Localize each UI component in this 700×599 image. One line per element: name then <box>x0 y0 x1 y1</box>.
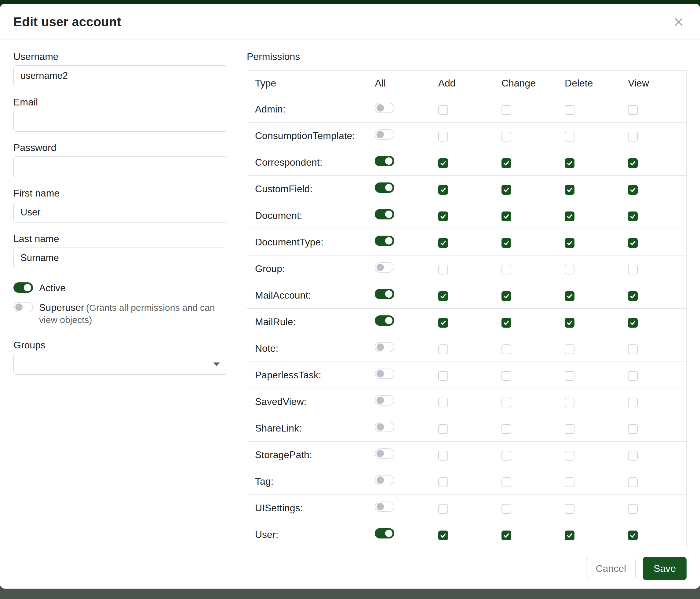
permission-all-toggle[interactable] <box>375 129 394 140</box>
permission-all-toggle[interactable] <box>375 528 394 538</box>
permission-all-toggle[interactable] <box>375 183 394 193</box>
permission-all-toggle[interactable] <box>375 342 394 352</box>
permission-all-toggle[interactable] <box>375 315 394 326</box>
permission-change-checkbox[interactable] <box>501 530 511 540</box>
permission-add-checkbox[interactable] <box>438 424 448 434</box>
permission-change-checkbox[interactable] <box>501 398 511 407</box>
permission-view-checkbox[interactable] <box>628 105 638 115</box>
permission-all-toggle[interactable] <box>375 156 394 166</box>
permission-view-checkbox[interactable] <box>628 212 638 221</box>
permission-delete-checkbox[interactable] <box>565 344 574 354</box>
permission-view-checkbox[interactable] <box>628 530 638 540</box>
permission-view-checkbox[interactable] <box>628 185 638 195</box>
permission-view-checkbox[interactable] <box>628 238 638 248</box>
permission-add-checkbox[interactable] <box>438 451 448 460</box>
permission-view-checkbox[interactable] <box>628 504 638 514</box>
permission-view-cell <box>623 256 686 282</box>
permission-change-checkbox[interactable] <box>501 158 511 168</box>
permission-change-checkbox[interactable] <box>501 105 511 115</box>
permission-view-checkbox[interactable] <box>628 291 638 301</box>
toggle-knob <box>377 104 384 112</box>
permission-change-checkbox[interactable] <box>501 212 511 221</box>
permission-delete-checkbox[interactable] <box>565 371 574 381</box>
permission-delete-checkbox[interactable] <box>565 185 574 195</box>
permission-all-toggle[interactable] <box>375 475 394 485</box>
permission-change-checkbox[interactable] <box>501 318 511 328</box>
permission-add-checkbox[interactable] <box>438 530 448 540</box>
permission-delete-checkbox[interactable] <box>565 477 574 487</box>
permission-delete-checkbox[interactable] <box>565 398 574 407</box>
permission-change-checkbox[interactable] <box>501 451 511 460</box>
permission-add-checkbox[interactable] <box>438 318 448 328</box>
permission-view-checkbox[interactable] <box>628 477 638 487</box>
cancel-button[interactable]: Cancel <box>586 557 635 580</box>
permission-change-checkbox[interactable] <box>501 291 511 301</box>
permission-view-checkbox[interactable] <box>628 265 638 274</box>
permission-change-checkbox[interactable] <box>501 185 511 195</box>
permission-change-checkbox[interactable] <box>501 504 511 514</box>
permission-add-checkbox[interactable] <box>438 238 448 248</box>
permission-change-checkbox[interactable] <box>501 371 511 381</box>
email-input[interactable] <box>14 111 227 132</box>
permission-add-checkbox[interactable] <box>438 398 448 407</box>
username-input[interactable] <box>14 65 227 86</box>
last-name-input[interactable] <box>14 247 227 268</box>
permission-add-checkbox[interactable] <box>438 158 448 168</box>
permission-delete-checkbox[interactable] <box>565 158 574 168</box>
permission-all-toggle[interactable] <box>375 395 394 406</box>
permission-add-checkbox[interactable] <box>438 477 448 487</box>
permission-all-toggle[interactable] <box>375 262 394 272</box>
permission-change-checkbox[interactable] <box>501 132 511 142</box>
permission-all-toggle[interactable] <box>375 448 394 459</box>
permission-view-checkbox[interactable] <box>628 451 638 460</box>
first-name-input[interactable] <box>14 202 227 223</box>
permission-delete-checkbox[interactable] <box>565 238 574 248</box>
permission-add-checkbox[interactable] <box>438 212 448 221</box>
permission-all-toggle[interactable] <box>375 422 394 432</box>
permission-change-checkbox[interactable] <box>501 238 511 248</box>
permission-view-checkbox[interactable] <box>628 398 638 407</box>
permission-change-checkbox[interactable] <box>501 265 511 274</box>
permission-view-checkbox[interactable] <box>628 424 638 434</box>
permission-view-checkbox[interactable] <box>628 344 638 354</box>
permission-add-checkbox[interactable] <box>438 132 448 142</box>
permission-delete-checkbox[interactable] <box>565 504 574 514</box>
permission-add-checkbox[interactable] <box>438 371 448 381</box>
permission-delete-checkbox[interactable] <box>565 265 574 274</box>
permission-type-label: PaperlessTask: <box>247 362 370 388</box>
permission-delete-checkbox[interactable] <box>565 451 574 460</box>
permission-view-checkbox[interactable] <box>628 318 638 328</box>
save-button[interactable]: Save <box>643 557 686 580</box>
permission-delete-checkbox[interactable] <box>565 424 574 434</box>
permission-add-checkbox[interactable] <box>438 105 448 115</box>
permission-all-toggle[interactable] <box>375 368 394 379</box>
permission-delete-checkbox[interactable] <box>565 318 574 328</box>
permission-delete-checkbox[interactable] <box>565 291 574 301</box>
permission-all-toggle[interactable] <box>375 289 394 299</box>
password-input[interactable] <box>14 157 227 177</box>
groups-select[interactable] <box>14 354 227 375</box>
permission-delete-checkbox[interactable] <box>565 530 574 540</box>
permission-add-checkbox[interactable] <box>438 291 448 301</box>
active-toggle[interactable] <box>14 282 33 293</box>
permission-view-checkbox[interactable] <box>628 371 638 381</box>
permission-add-checkbox[interactable] <box>438 344 448 354</box>
permission-change-cell <box>497 229 560 256</box>
permission-view-checkbox[interactable] <box>628 158 638 168</box>
close-button[interactable] <box>671 14 686 30</box>
permission-add-checkbox[interactable] <box>438 185 448 195</box>
permission-all-toggle[interactable] <box>375 103 394 113</box>
permission-change-checkbox[interactable] <box>501 344 511 354</box>
permission-change-checkbox[interactable] <box>501 424 511 434</box>
permission-all-toggle[interactable] <box>375 209 394 219</box>
permission-add-checkbox[interactable] <box>438 265 448 274</box>
permission-all-toggle[interactable] <box>375 502 394 512</box>
permission-view-checkbox[interactable] <box>628 132 638 142</box>
permission-all-toggle[interactable] <box>375 236 394 246</box>
superuser-toggle[interactable] <box>14 302 33 312</box>
permission-change-checkbox[interactable] <box>501 477 511 487</box>
permission-delete-checkbox[interactable] <box>565 105 574 115</box>
permission-delete-checkbox[interactable] <box>565 212 574 221</box>
permission-add-checkbox[interactable] <box>438 504 448 514</box>
permission-delete-checkbox[interactable] <box>565 132 574 142</box>
